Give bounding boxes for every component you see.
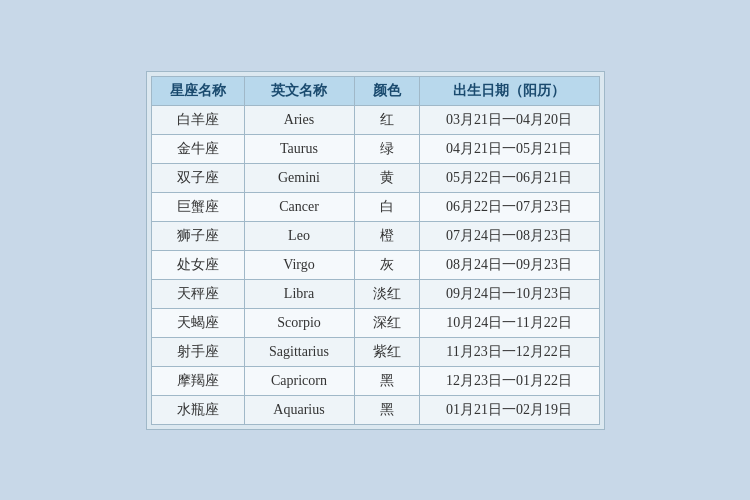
cell-cn: 摩羯座	[151, 366, 244, 395]
cell-date: 05月22日一06月21日	[419, 163, 599, 192]
table-row: 天蝎座Scorpio深红10月24日一11月22日	[151, 308, 599, 337]
cell-color: 黄	[354, 163, 419, 192]
cell-en: Scorpio	[244, 308, 354, 337]
header-date: 出生日期（阳历）	[419, 76, 599, 105]
cell-cn: 天秤座	[151, 279, 244, 308]
cell-date: 06月22日一07月23日	[419, 192, 599, 221]
cell-en: Sagittarius	[244, 337, 354, 366]
cell-cn: 双子座	[151, 163, 244, 192]
cell-color: 白	[354, 192, 419, 221]
cell-cn: 射手座	[151, 337, 244, 366]
cell-cn: 狮子座	[151, 221, 244, 250]
cell-date: 03月21日一04月20日	[419, 105, 599, 134]
table-row: 巨蟹座Cancer白06月22日一07月23日	[151, 192, 599, 221]
table-row: 处女座Virgo灰08月24日一09月23日	[151, 250, 599, 279]
table-row: 双子座Gemini黄05月22日一06月21日	[151, 163, 599, 192]
cell-date: 09月24日一10月23日	[419, 279, 599, 308]
cell-cn: 水瓶座	[151, 395, 244, 424]
cell-en: Cancer	[244, 192, 354, 221]
cell-color: 淡红	[354, 279, 419, 308]
cell-en: Taurus	[244, 134, 354, 163]
table-row: 水瓶座Aquarius黑01月21日一02月19日	[151, 395, 599, 424]
cell-color: 红	[354, 105, 419, 134]
header-color: 颜色	[354, 76, 419, 105]
cell-color: 橙	[354, 221, 419, 250]
table-row: 天秤座Libra淡红09月24日一10月23日	[151, 279, 599, 308]
zodiac-table: 星座名称 英文名称 颜色 出生日期（阳历） 白羊座Aries红03月21日一04…	[151, 76, 600, 425]
cell-date: 07月24日一08月23日	[419, 221, 599, 250]
table-row: 白羊座Aries红03月21日一04月20日	[151, 105, 599, 134]
table-row: 狮子座Leo橙07月24日一08月23日	[151, 221, 599, 250]
cell-date: 12月23日一01月22日	[419, 366, 599, 395]
cell-cn: 金牛座	[151, 134, 244, 163]
cell-date: 04月21日一05月21日	[419, 134, 599, 163]
cell-date: 01月21日一02月19日	[419, 395, 599, 424]
cell-cn: 白羊座	[151, 105, 244, 134]
cell-color: 绿	[354, 134, 419, 163]
cell-date: 11月23日一12月22日	[419, 337, 599, 366]
cell-date: 08月24日一09月23日	[419, 250, 599, 279]
cell-en: Virgo	[244, 250, 354, 279]
cell-en: Aries	[244, 105, 354, 134]
cell-en: Libra	[244, 279, 354, 308]
cell-color: 紫红	[354, 337, 419, 366]
table-row: 摩羯座Capricorn黑12月23日一01月22日	[151, 366, 599, 395]
cell-date: 10月24日一11月22日	[419, 308, 599, 337]
table-row: 金牛座Taurus绿04月21日一05月21日	[151, 134, 599, 163]
cell-cn: 巨蟹座	[151, 192, 244, 221]
cell-color: 黑	[354, 366, 419, 395]
cell-cn: 天蝎座	[151, 308, 244, 337]
zodiac-table-container: 星座名称 英文名称 颜色 出生日期（阳历） 白羊座Aries红03月21日一04…	[146, 71, 605, 430]
cell-en: Gemini	[244, 163, 354, 192]
table-header-row: 星座名称 英文名称 颜色 出生日期（阳历）	[151, 76, 599, 105]
cell-color: 灰	[354, 250, 419, 279]
cell-color: 深红	[354, 308, 419, 337]
cell-color: 黑	[354, 395, 419, 424]
header-cn: 星座名称	[151, 76, 244, 105]
cell-en: Leo	[244, 221, 354, 250]
table-row: 射手座Sagittarius紫红11月23日一12月22日	[151, 337, 599, 366]
cell-en: Capricorn	[244, 366, 354, 395]
cell-en: Aquarius	[244, 395, 354, 424]
header-en: 英文名称	[244, 76, 354, 105]
cell-cn: 处女座	[151, 250, 244, 279]
